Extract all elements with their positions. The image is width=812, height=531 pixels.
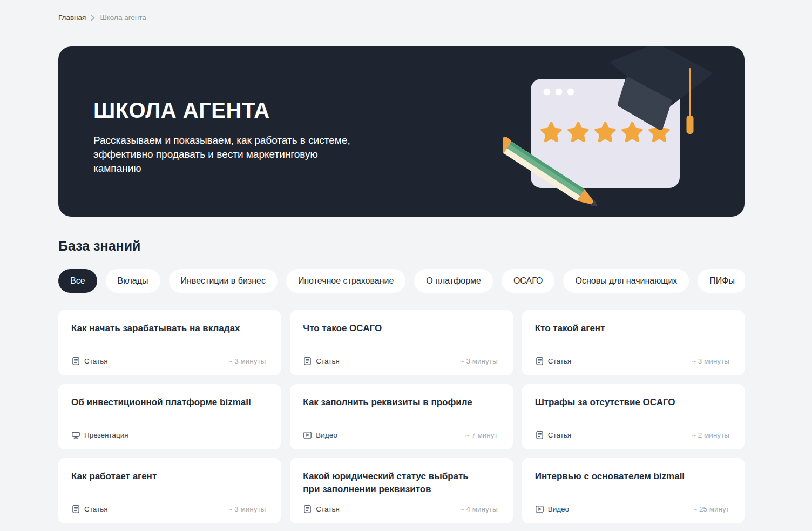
presentation-icon bbox=[71, 431, 80, 440]
video-icon bbox=[303, 431, 312, 440]
category-chip[interactable]: ПИФы bbox=[698, 269, 745, 293]
chevron-right-icon bbox=[91, 15, 95, 21]
card-title: Кто такой агент bbox=[535, 322, 729, 335]
knowledge-grid: Как начать зарабатывать на вкладах Стать… bbox=[58, 310, 745, 523]
category-chips: ВсеВкладыИнвестиции в бизнесИпотечное ст… bbox=[58, 269, 745, 293]
card-duration: ~ 3 минуты bbox=[228, 357, 266, 365]
card-type-label: Презентация bbox=[84, 431, 128, 439]
hero-title: ШКОЛА АГЕНТА bbox=[93, 98, 363, 123]
card-title: Штрафы за отсутствие ОСАГО bbox=[535, 396, 729, 409]
card-title: Как начать зарабатывать на вкладах bbox=[71, 322, 266, 335]
card-meta: Статья ~ 4 минуты bbox=[303, 505, 497, 514]
article-icon bbox=[71, 505, 80, 514]
knowledge-card[interactable]: Кто такой агент Статья ~ 3 минуты bbox=[522, 310, 745, 375]
page-title: База знаний bbox=[58, 238, 745, 254]
knowledge-card[interactable]: Что такое ОСАГО Статья ~ 3 минуты bbox=[290, 310, 512, 375]
card-type-label: Видео bbox=[548, 505, 569, 513]
card-title: Интервью с основателем bizmall bbox=[535, 470, 729, 483]
knowledge-card[interactable]: Как начать зарабатывать на вкладах Стать… bbox=[58, 310, 281, 375]
card-type-label: Статья bbox=[316, 357, 340, 365]
card-duration: ~ 3 минуты bbox=[692, 357, 729, 365]
video-icon bbox=[535, 505, 544, 514]
hero-banner: ШКОЛА АГЕНТА Рассказываем и показываем, … bbox=[58, 46, 745, 217]
card-type-label: Статья bbox=[84, 505, 108, 513]
breadcrumb-home-link[interactable]: Главная bbox=[58, 14, 86, 22]
card-title: Как работает агент bbox=[71, 470, 266, 483]
category-chip[interactable]: Основы для начинающих bbox=[563, 269, 689, 293]
category-chip[interactable]: Инвестиции в бизнес bbox=[169, 269, 278, 293]
article-icon bbox=[303, 357, 312, 366]
knowledge-card[interactable]: Штрафы за отсутствие ОСАГО Статья ~ 2 ми… bbox=[522, 384, 745, 449]
card-meta: Статья ~ 3 минуты bbox=[535, 357, 729, 366]
category-chip[interactable]: Ипотечное страхование bbox=[286, 269, 405, 293]
knowledge-card[interactable]: Как работает агент Статья ~ 3 минуты bbox=[58, 458, 281, 523]
hero-subtitle: Рассказываем и показываем, как работать … bbox=[93, 133, 351, 176]
card-type-label: Статья bbox=[548, 431, 572, 439]
card-duration: ~ 7 минут bbox=[465, 431, 498, 439]
card-duration: ~ 2 минуты bbox=[692, 431, 729, 439]
article-icon bbox=[303, 505, 312, 514]
hero-text-block: ШКОЛА АГЕНТА Рассказываем и показываем, … bbox=[93, 98, 363, 176]
category-chip[interactable]: Все bbox=[58, 269, 97, 293]
category-chip[interactable]: О платформе bbox=[414, 269, 493, 293]
card-meta: Статья ~ 3 минуты bbox=[71, 357, 266, 366]
card-duration: ~ 3 минуты bbox=[460, 357, 498, 365]
card-meta: Видео ~ 7 минут bbox=[303, 431, 497, 440]
knowledge-card[interactable]: Интервью с основателем bizmall Видео ~ 2… bbox=[522, 458, 745, 523]
knowledge-card[interactable]: Об инвестиционной платформе bizmall През… bbox=[58, 384, 281, 449]
card-meta: Видео ~ 25 минут bbox=[535, 505, 729, 514]
article-icon bbox=[535, 431, 544, 440]
card-meta: Презентация bbox=[71, 431, 266, 440]
card-meta: Статья ~ 3 минуты bbox=[71, 505, 266, 514]
hero-illustration bbox=[503, 46, 729, 217]
card-duration: ~ 3 минуты bbox=[228, 505, 266, 513]
category-chip[interactable]: ОСАГО bbox=[502, 269, 555, 293]
card-meta: Статья ~ 3 минуты bbox=[303, 357, 497, 366]
card-title: Как заполнить реквизиты в профиле bbox=[303, 396, 497, 409]
card-type-label: Статья bbox=[548, 357, 572, 365]
card-title: Об инвестиционной платформе bizmall bbox=[71, 396, 266, 409]
card-type-label: Статья bbox=[84, 357, 108, 365]
category-chip[interactable]: Вклады bbox=[106, 269, 160, 293]
page-container: Главная Школа агента ШКОЛА АГЕНТА Расска… bbox=[58, 0, 745, 523]
article-icon bbox=[535, 357, 544, 366]
card-title: Какой юридический статус выбрать при зап… bbox=[303, 470, 497, 496]
breadcrumb: Главная Школа агента bbox=[58, 0, 745, 22]
breadcrumb-current: Школа агента bbox=[100, 14, 146, 22]
card-duration: ~ 4 минуты bbox=[460, 505, 498, 513]
knowledge-card[interactable]: Какой юридический статус выбрать при зап… bbox=[290, 458, 512, 523]
card-meta: Статья ~ 2 минуты bbox=[535, 431, 729, 440]
article-icon bbox=[71, 357, 80, 366]
card-title: Что такое ОСАГО bbox=[303, 322, 497, 335]
knowledge-card[interactable]: Как заполнить реквизиты в профиле Видео … bbox=[290, 384, 512, 449]
card-type-label: Видео bbox=[316, 431, 337, 439]
card-duration: ~ 25 минут bbox=[693, 505, 729, 513]
card-type-label: Статья bbox=[316, 505, 340, 513]
